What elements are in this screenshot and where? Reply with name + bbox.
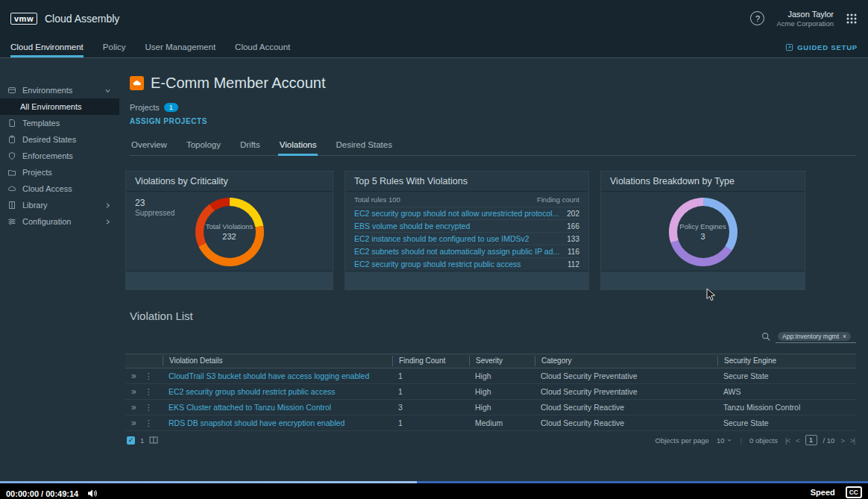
row-actions-icon[interactable]: ⋮: [145, 418, 153, 428]
category-cell: Cloud Security Reactive: [535, 403, 717, 412]
sidebar-item-label: Projects: [22, 168, 52, 177]
column-violation-details[interactable]: Violation Details: [163, 356, 392, 366]
assign-projects-link[interactable]: ASSIGN PROJECTS: [130, 117, 207, 125]
per-page-select[interactable]: 10: [717, 436, 733, 445]
sidebar-item-cloud-access[interactable]: Cloud Access: [0, 181, 119, 197]
sidebar-item-label: Environments: [22, 86, 72, 95]
next-page-button[interactable]: >: [840, 436, 844, 445]
desired-states-icon: [7, 135, 16, 144]
sidebar-item-library[interactable]: Library: [0, 197, 119, 213]
row-actions-icon[interactable]: ⋮: [145, 371, 153, 381]
sidebar: Environments All Environments Templates …: [0, 58, 119, 481]
finding-count-header: Finding count: [537, 195, 579, 204]
rule-link[interactable]: EC2 security group should restrict publi…: [354, 260, 521, 269]
column-finding-count[interactable]: Finding Count: [392, 356, 469, 366]
user-menu[interactable]: Jason Taylor Acme Corporation: [776, 9, 834, 29]
current-page-input[interactable]: 1: [805, 435, 817, 445]
finding-count-cell: 1: [392, 371, 469, 380]
help-icon[interactable]: ?: [750, 11, 764, 25]
row-actions-icon[interactable]: ⋮: [145, 403, 153, 412]
donut-center-value: 232: [222, 232, 236, 241]
sidebar-item-desired-states[interactable]: Desired States: [0, 131, 119, 148]
violation-link[interactable]: EKS Cluster attached to Tanzu Mission Co…: [169, 403, 331, 412]
engine-cell: Tanzu Mission Control: [717, 403, 856, 412]
expand-row-icon[interactable]: »: [131, 418, 136, 428]
table-row[interactable]: » ⋮ RDS DB snapshot should have encrypti…: [125, 415, 856, 431]
card-footer: [601, 271, 805, 289]
volume-icon[interactable]: [87, 489, 98, 498]
suppressed-stat: 23 Suppressed: [135, 198, 174, 219]
rule-count: 112: [567, 260, 579, 269]
sidebar-item-environments[interactable]: Environments: [0, 82, 119, 98]
rule-row: EC2 security group should not allow unre…: [354, 207, 579, 219]
column-category[interactable]: Category: [535, 356, 717, 366]
violation-link[interactable]: RDS DB snapshot should have encryption e…: [169, 418, 345, 427]
video-player-bar: 00:00:00 / 00:49:14 Speed CC: [0, 481, 868, 499]
enforcements-icon: [7, 151, 16, 160]
column-settings-icon[interactable]: [149, 436, 158, 445]
tab-desired-states[interactable]: Desired States: [334, 137, 393, 156]
chevron-right-icon: [104, 201, 112, 210]
table-row[interactable]: » ⋮ EC2 security group should restrict p…: [125, 384, 856, 400]
video-progress-bar[interactable]: [0, 481, 868, 483]
rule-link[interactable]: EC2 security group should not allow unre…: [354, 209, 559, 218]
page-title-row: E-Comm Member Account: [130, 75, 856, 92]
rule-link[interactable]: EC2 instance should be configured to use…: [354, 234, 529, 243]
first-page-button[interactable]: |<: [785, 436, 790, 445]
search-input[interactable]: App:Inventory mgmt ×: [776, 330, 856, 343]
card-top-rules: Top 5 Rules With Violations Total rules …: [345, 171, 589, 290]
table-row[interactable]: » ⋮ EKS Cluster attached to Tanzu Missio…: [125, 400, 856, 415]
chevron-down-icon: [104, 87, 112, 95]
tab-violations[interactable]: Violations: [278, 137, 318, 156]
tab-drifts[interactable]: Drifts: [239, 137, 262, 156]
nav-item-user-management[interactable]: User Management: [145, 37, 216, 57]
prev-page-button[interactable]: <: [796, 436, 799, 445]
violation-link[interactable]: CloudTrail S3 bucket should have access …: [169, 371, 369, 380]
sidebar-item-projects[interactable]: Projects: [0, 164, 119, 181]
rule-link[interactable]: EC2 subnets should not automatically ass…: [354, 247, 559, 256]
playback-speed-button[interactable]: Speed: [811, 488, 835, 497]
search-filter-chip[interactable]: App:Inventory mgmt ×: [778, 332, 851, 341]
rule-link[interactable]: EBS volume should be encrypted: [354, 222, 470, 230]
sidebar-item-label: Templates: [22, 119, 60, 128]
engine-cell: Secure State: [717, 371, 856, 380]
table-row[interactable]: » ⋮ CloudTrail S3 bucket should have acc…: [125, 368, 856, 384]
player-left: 00:00:00 / 00:49:14: [6, 489, 98, 498]
app-grid-icon[interactable]: [846, 13, 858, 25]
column-security-engine[interactable]: Security Engine: [717, 356, 856, 366]
expand-row-icon[interactable]: »: [131, 402, 136, 412]
last-page-button[interactable]: >|: [850, 436, 855, 445]
tab-overview[interactable]: Overview: [130, 137, 169, 156]
library-icon: [7, 201, 16, 210]
environments-icon: [7, 86, 16, 95]
nav-item-cloud-environment[interactable]: Cloud Environment: [10, 37, 84, 57]
top-header: vmw Cloud Assembly ? Jason Taylor Acme C…: [0, 0, 868, 37]
breakdown-donut[interactable]: Policy Engines 3: [669, 198, 738, 266]
closed-captions-button[interactable]: CC: [846, 486, 862, 498]
projects-count-badge[interactable]: 1: [164, 103, 178, 112]
expand-row-icon[interactable]: »: [131, 371, 136, 381]
sidebar-item-templates[interactable]: Templates: [0, 115, 119, 131]
nav-item-policy[interactable]: Policy: [103, 37, 126, 57]
nav-item-cloud-account[interactable]: Cloud Account: [235, 37, 290, 57]
remove-filter-icon[interactable]: ×: [843, 333, 846, 340]
column-severity[interactable]: Severity: [469, 356, 535, 366]
finding-count-cell: 1: [392, 418, 469, 427]
category-cell: Cloud Security Preventative: [535, 371, 717, 380]
tab-topology[interactable]: Topology: [185, 137, 222, 156]
donut-center-text: Total Violations 232: [195, 198, 264, 266]
sidebar-item-enforcements[interactable]: Enforcements: [0, 148, 119, 164]
player-right: Speed CC: [811, 486, 862, 498]
violation-link[interactable]: EC2 security group should restrict publi…: [169, 387, 336, 396]
search-icon[interactable]: [761, 332, 771, 342]
sidebar-item-configuration[interactable]: Configuration: [0, 213, 119, 230]
select-all-checkbox[interactable]: ✓: [127, 436, 135, 445]
rule-count: 202: [567, 210, 579, 218]
page-title: E-Comm Member Account: [151, 75, 326, 92]
row-actions-icon[interactable]: ⋮: [145, 387, 153, 397]
footer-divider: |: [740, 436, 741, 445]
sidebar-item-all-environments[interactable]: All Environments: [0, 98, 119, 115]
expand-row-icon[interactable]: »: [131, 386, 136, 397]
guided-setup-button[interactable]: GUIDED SETUP: [785, 37, 858, 57]
criticality-donut[interactable]: Total Violations 232: [195, 198, 264, 266]
